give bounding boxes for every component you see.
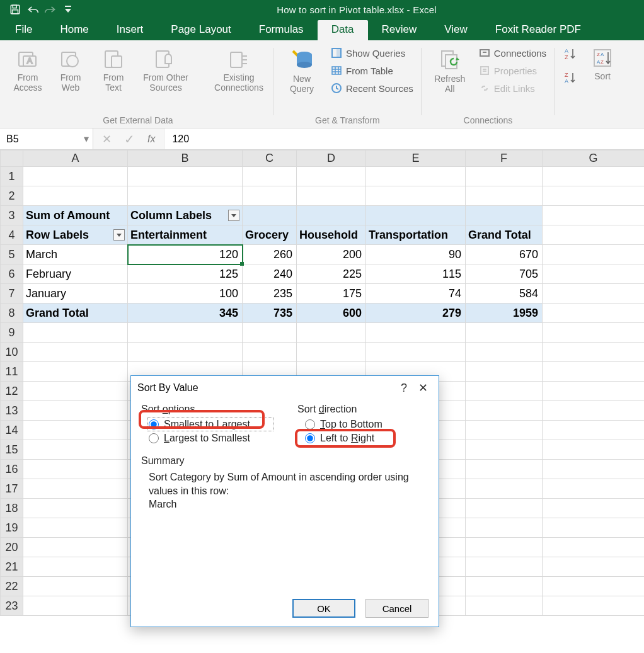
radio-smallest-input[interactable] [149, 419, 159, 429]
row-header[interactable]: 14 [1, 421, 23, 440]
pivot-row-label[interactable]: February [23, 264, 128, 284]
row-header[interactable]: 7 [1, 284, 23, 304]
radio-ttb-input[interactable] [305, 419, 315, 429]
pivot-row-labels[interactable]: Row Labels [23, 225, 128, 245]
pivot-col-dropdown-icon[interactable] [228, 210, 239, 221]
row-header[interactable]: 21 [1, 557, 23, 577]
cell[interactable]: 345 [128, 304, 243, 323]
col-header-F[interactable]: F [466, 150, 543, 167]
recent-sources-button[interactable]: Recent Sources [328, 81, 417, 96]
cell[interactable]: 1959 [466, 304, 543, 323]
cell[interactable]: 175 [297, 284, 366, 304]
tab-home[interactable]: Home [46, 20, 102, 40]
cell[interactable]: 100 [128, 284, 243, 304]
cell[interactable]: 115 [366, 264, 466, 284]
dialog-titlebar[interactable]: Sort By Value ? ✕ [131, 376, 439, 400]
name-box-dropdown-icon[interactable]: ▾ [84, 133, 89, 145]
cell[interactable]: 200 [297, 245, 366, 264]
existing-connections-button[interactable]: Existing Connections [209, 45, 268, 94]
formula-input[interactable]: 120 [164, 128, 644, 149]
pivot-column-labels[interactable]: Column Labels [128, 206, 243, 225]
sort-button[interactable]: ZAAZ Sort [582, 45, 623, 83]
cell[interactable]: 705 [466, 264, 543, 284]
row-header[interactable]: 10 [1, 343, 23, 362]
cell[interactable]: 279 [366, 304, 466, 323]
row-header[interactable]: 6 [1, 264, 23, 284]
cell[interactable]: 74 [366, 284, 466, 304]
row-header[interactable]: 4 [1, 225, 23, 245]
pivot-cat[interactable]: Grocery [243, 225, 297, 245]
connections-button[interactable]: Connections [476, 45, 549, 60]
from-access-button[interactable]: A From Access [8, 45, 48, 94]
save-icon[interactable] [9, 3, 21, 16]
row-header[interactable]: 16 [1, 460, 23, 479]
col-header-A[interactable]: A [23, 150, 128, 167]
row-header[interactable]: 15 [1, 440, 23, 460]
radio-top-to-bottom[interactable]: Top to Bottom [305, 419, 428, 430]
col-header-D[interactable]: D [297, 150, 366, 167]
from-table-button[interactable]: From Table [328, 63, 396, 78]
tab-view[interactable]: View [430, 20, 481, 40]
cell[interactable]: 125 [128, 264, 243, 284]
new-query-button[interactable]: New Query [279, 45, 325, 96]
cell[interactable]: 225 [297, 264, 366, 284]
from-text-button[interactable]: From Text [93, 45, 134, 94]
tab-page-layout[interactable]: Page Layout [157, 20, 244, 40]
row-header[interactable]: 11 [1, 362, 23, 382]
radio-largest-input[interactable] [149, 433, 159, 443]
cell[interactable]: 735 [243, 304, 297, 323]
dialog-close-icon[interactable]: ✕ [413, 381, 432, 395]
col-header-B[interactable]: B [128, 150, 243, 167]
tab-formulas[interactable]: Formulas [245, 20, 318, 40]
tab-foxit[interactable]: Foxit Reader PDF [481, 20, 595, 40]
pivot-cat[interactable]: Grand Total [466, 225, 543, 245]
tab-review[interactable]: Review [368, 20, 431, 40]
pivot-cat[interactable]: Entertainment [128, 225, 243, 245]
cell-B5[interactable]: 120 [128, 245, 243, 264]
row-header[interactable]: 22 [1, 577, 23, 596]
radio-left-to-right[interactable]: Left to Right [305, 433, 428, 444]
row-header[interactable]: 1 [1, 167, 23, 186]
tab-file[interactable]: File [1, 20, 46, 40]
refresh-all-button[interactable]: Refresh All [427, 45, 473, 96]
row-header[interactable]: 17 [1, 479, 23, 499]
row-header[interactable]: 9 [1, 323, 23, 343]
row-header[interactable]: 19 [1, 518, 23, 538]
ok-button[interactable]: OK [292, 599, 355, 618]
cell[interactable]: 600 [297, 304, 366, 323]
sort-az-button[interactable]: AZ [560, 45, 580, 62]
show-queries-button[interactable]: Show Queries [328, 45, 408, 60]
row-header[interactable]: 8 [1, 304, 23, 323]
cell[interactable]: 240 [243, 264, 297, 284]
cell[interactable]: 235 [243, 284, 297, 304]
row-header[interactable]: 2 [1, 186, 23, 206]
undo-icon[interactable] [26, 3, 39, 16]
pivot-grand-label[interactable]: Grand Total [23, 304, 128, 323]
tab-insert[interactable]: Insert [103, 20, 158, 40]
cell[interactable]: 670 [466, 245, 543, 264]
dialog-help-icon[interactable]: ? [394, 382, 413, 395]
from-web-button[interactable]: From Web [50, 45, 91, 94]
fx-icon[interactable]: fx [147, 133, 155, 145]
col-header-E[interactable]: E [366, 150, 466, 167]
row-header[interactable]: 3 [1, 206, 23, 225]
radio-ltr-input[interactable] [305, 433, 315, 443]
pivot-cat[interactable]: Household [297, 225, 366, 245]
sort-za-button[interactable]: ZA [560, 69, 580, 86]
name-box[interactable]: B5 ▾ [0, 128, 93, 149]
row-header[interactable]: 13 [1, 401, 23, 421]
qat-more-icon[interactable] [62, 3, 74, 16]
pivot-corner[interactable]: Sum of Amount [23, 206, 128, 225]
from-other-sources-button[interactable]: From Other Sources [136, 45, 195, 94]
pivot-row-dropdown-icon[interactable] [113, 229, 125, 241]
cell[interactable]: 260 [243, 245, 297, 264]
cell[interactable]: 90 [366, 245, 466, 264]
cell[interactable]: 584 [466, 284, 543, 304]
row-header[interactable]: 5 [1, 245, 23, 264]
col-header-C[interactable]: C [243, 150, 297, 167]
row-header[interactable]: 18 [1, 499, 23, 518]
pivot-cat[interactable]: Transportation [366, 225, 466, 245]
pivot-row-label[interactable]: March [23, 245, 128, 264]
row-header[interactable]: 20 [1, 538, 23, 557]
radio-largest-to-smallest[interactable]: Largest to Smallest [149, 433, 272, 444]
